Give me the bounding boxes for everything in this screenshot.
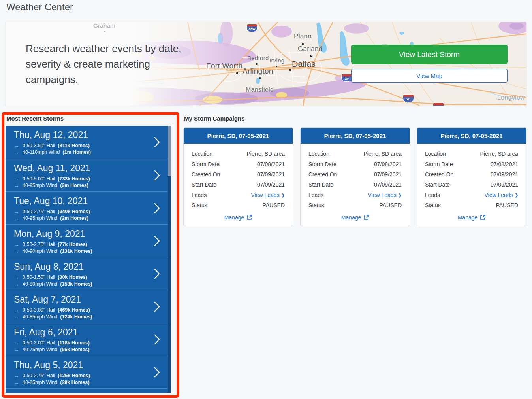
storm-card[interactable]: Wed, Aug 11, 2021 →0.50-5.00" Hail(733k … (6, 159, 168, 191)
chevron-right-icon (154, 137, 160, 147)
campaign-storm-date: 07/08/2021 (374, 161, 402, 167)
campaign-status: PAUSED (379, 202, 402, 208)
row-label: Storm Date (308, 161, 336, 167)
storm-hail-line: →0.50-3.50" Hail(811k Homes) (14, 142, 168, 149)
campaign-title: Pierre, SD, 07-05-2021 (184, 128, 293, 144)
storm-card[interactable]: Tue, Aug 10, 2021 →0.50-2.75" Hail(940k … (6, 191, 168, 224)
manage-link[interactable]: Manage (458, 214, 486, 221)
campaign-location: Pierre, SD area (364, 151, 402, 157)
chevron-right-icon (154, 269, 160, 279)
storm-list: Thu, Aug 12, 2021 →0.50-3.50" Hail(811k … (6, 126, 171, 393)
arrow-right-icon: → (14, 182, 19, 189)
campaign-status: PAUSED (262, 202, 285, 208)
campaign-status: PAUSED (496, 202, 518, 208)
storm-wind-line: →40-85mph Wind(29k Homes) (14, 379, 168, 386)
storm-date: Sun, Aug 8, 2021 (14, 261, 168, 272)
campaign-created-on: 07/09/2021 (257, 171, 285, 178)
storm-card[interactable]: Sat, Aug 7, 2021 →0.50-3.00" Hail(469k H… (6, 290, 168, 323)
campaign-created-on: 07/09/2021 (374, 171, 402, 178)
row-label: Start Date (425, 182, 450, 188)
campaign-start-date: 07/09/2021 (491, 182, 518, 188)
view-leads-link[interactable]: View Leads❯ (484, 192, 518, 198)
row-label: Start Date (192, 182, 216, 188)
storm-hail-line: →0.50-5.00" Hail(733k Homes) (14, 176, 168, 182)
storm-card[interactable]: Mon, Aug 9, 2021 →0.50-2.75" Hail(77k Ho… (6, 224, 168, 257)
map-city-label: Fort Worth (206, 62, 243, 70)
storm-date: Thu, Aug 12, 2021 (14, 130, 168, 140)
arrow-right-icon: → (14, 241, 19, 248)
storm-wind-line: →40-95mph Wind(2m Homes) (14, 182, 168, 189)
arrow-right-icon: → (14, 379, 19, 386)
storm-wind-line: →40-75mph Wind(55k Homes) (14, 346, 168, 353)
view-map-button[interactable]: View Map (351, 69, 508, 83)
view-latest-storm-button[interactable]: View Latest Storm (351, 45, 508, 64)
campaign-location: Pierre, SD area (247, 151, 285, 157)
storm-date: Mon, Aug 9, 2021 (14, 229, 168, 239)
row-label: Status (308, 202, 324, 208)
external-link-icon (480, 215, 485, 220)
campaign-title: Pierre, SD, 07-05-2021 (417, 128, 526, 144)
view-leads-link[interactable]: View Leads❯ (251, 192, 285, 198)
arrow-right-icon: → (14, 373, 19, 379)
row-label: Location (192, 151, 212, 157)
weather-map-banner: Graham Plano Garland Bedford Irving Dall… (5, 22, 527, 106)
map-city-label: Graham (93, 22, 115, 29)
storm-card[interactable]: Thu, Aug 5, 2021 →0.50-2.75" Hail(125k H… (6, 356, 168, 388)
arrow-right-icon: → (14, 274, 19, 281)
row-label: Leads (308, 192, 323, 198)
campaign-start-date: 07/09/2021 (257, 182, 285, 188)
map-city-label: Plano (294, 32, 312, 40)
external-link-icon (363, 215, 369, 220)
arrow-right-icon: → (14, 248, 19, 255)
storm-wind-line: →40-85mph Wind(124k Homes) (14, 314, 168, 320)
arrow-right-icon: → (14, 346, 19, 353)
chevron-right-icon (154, 334, 160, 345)
storm-date: Wed, Aug 11, 2021 (14, 163, 168, 174)
chevron-right-icon: ❯ (515, 193, 518, 197)
arrow-right-icon: → (14, 149, 19, 156)
storm-wind-line: →40-90mph Wind(131k Homes) (14, 248, 168, 255)
row-label: Created On (425, 171, 453, 178)
storm-hail-line: →0.50-3.00" Hail(469k Homes) (14, 307, 168, 314)
storm-card[interactable]: Fri, Aug 6, 2021 →0.50-2.00" Hail(118k H… (6, 323, 168, 356)
storm-card[interactable]: Thu, Aug 12, 2021 →0.50-3.50" Hail(811k … (6, 126, 168, 159)
chevron-right-icon (154, 301, 160, 312)
row-label: Location (425, 151, 446, 157)
campaign-card: Pierre, SD, 07-05-2021 LocationPierre, S… (417, 127, 526, 226)
row-label: Start Date (308, 182, 333, 188)
storm-date: Tue, Aug 10, 2021 (14, 196, 168, 206)
arrow-right-icon: → (14, 314, 19, 320)
manage-link[interactable]: Manage (224, 214, 252, 221)
storm-hail-line: →0.50-2.75" Hail(77k Homes) (14, 241, 168, 248)
storm-wind-line: →40-95mph Wind(2m Homes) (14, 215, 168, 222)
scrollbar-thumb[interactable] (168, 126, 171, 176)
map-city-label: Garland (298, 45, 323, 53)
map-city-label: Longview (497, 94, 525, 101)
campaign-start-date: 07/09/2021 (374, 182, 402, 188)
banner-headline: Research weather events by date, severit… (26, 41, 201, 87)
chevron-right-icon (154, 203, 160, 214)
row-label: Created On (192, 171, 220, 178)
campaign-card: Pierre, SD, 07-05-2021 LocationPierre, S… (300, 127, 410, 226)
row-label: Leads (192, 192, 207, 198)
view-leads-link[interactable]: View Leads❯ (368, 192, 402, 198)
storm-card[interactable]: Sun, Aug 8, 2021 →0.50-1.50" Hail(30k Ho… (6, 257, 168, 290)
storm-hail-line: →0.50-2.75" Hail(940k Homes) (14, 208, 168, 215)
arrow-right-icon: → (14, 208, 19, 215)
storm-wind-line: →40-80mph Wind(158k Homes) (14, 281, 168, 287)
interstate-shield-icon: 35W (246, 24, 258, 32)
campaign-storm-date: 07/08/2021 (257, 161, 285, 167)
arrow-right-icon: → (14, 215, 19, 222)
campaigns-heading: My Storm Campaigns (184, 115, 244, 122)
storm-hail-line: →0.50-2.75" Hail(125k Homes) (14, 373, 168, 379)
storm-wind-line: →40-110mph Wind(1m Homes) (14, 149, 168, 156)
manage-link[interactable]: Manage (341, 214, 369, 221)
external-link-icon (246, 215, 252, 220)
arrow-right-icon: → (14, 281, 19, 287)
storm-card-partial[interactable] (6, 388, 168, 393)
storm-date: Thu, Aug 5, 2021 (14, 360, 168, 371)
scrollbar-track[interactable] (168, 126, 171, 393)
chevron-right-icon (154, 367, 160, 378)
storm-date: Fri, Aug 6, 2021 (14, 327, 168, 338)
campaign-location: Pierre, SD area (480, 151, 518, 157)
